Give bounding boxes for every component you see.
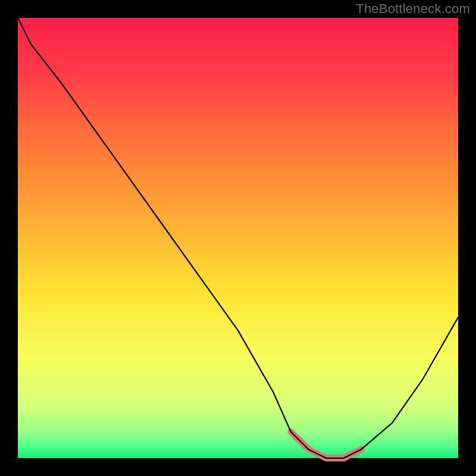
gradient-background [18,18,458,458]
chart-container: TheBottleneck.com [0,0,476,476]
bottleneck-chart [0,0,476,476]
watermark-text: TheBottleneck.com [356,1,470,17]
